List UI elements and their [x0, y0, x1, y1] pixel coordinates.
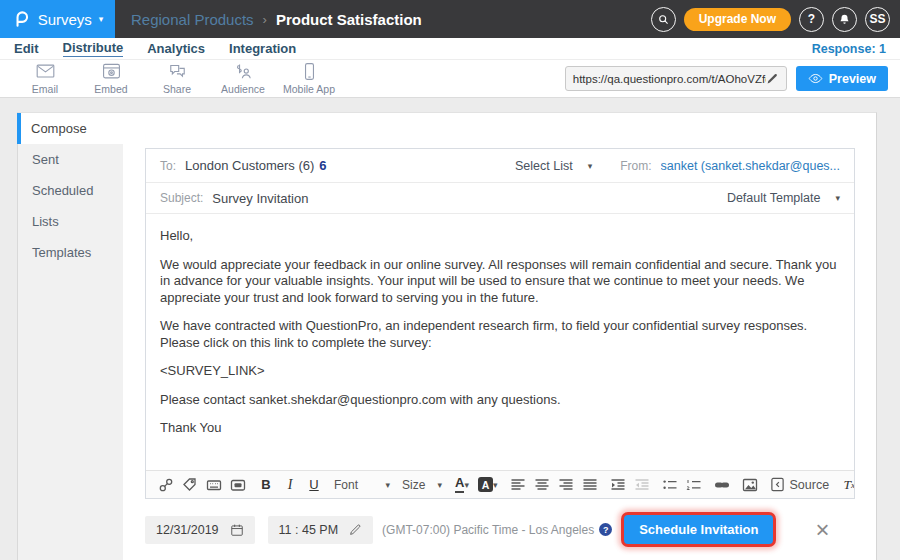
sidebar-item-sent[interactable]: Sent — [18, 144, 123, 175]
channel-share[interactable]: Share — [144, 62, 210, 95]
source-label: Source — [790, 478, 830, 492]
channel-audience[interactable]: Audience — [210, 62, 276, 95]
image-icon — [742, 477, 758, 493]
font-label: Font — [334, 478, 358, 492]
time-picker[interactable]: 11 : 45 PM — [268, 516, 374, 544]
numbered-list-button[interactable] — [686, 476, 702, 494]
bullet-list-button[interactable] — [662, 476, 678, 494]
timezone-text: (GMT-07:00) Pacific Time - Los Angeles — [382, 523, 594, 537]
breadcrumb: Regional Products › Product Satisfaction — [131, 11, 422, 28]
timezone-group: (GMT-07:00) Pacific Time - Los Angeles ? — [382, 523, 612, 537]
breadcrumb-parent[interactable]: Regional Products — [131, 11, 254, 28]
text-color-icon: A — [455, 476, 464, 492]
to-value[interactable]: London Customers (6) — [185, 158, 314, 173]
chevron-down-icon: ▾ — [588, 161, 593, 171]
chevron-down-icon: ▾ — [385, 480, 390, 490]
source-doc-icon — [770, 477, 785, 492]
size-dropdown[interactable]: Size ▾ — [402, 478, 442, 492]
subject-row: Subject: Survey Invitation Default Templ… — [146, 183, 854, 214]
from-label: From: — [620, 159, 651, 173]
to-row: To: London Customers (6) 6 Select List ▾… — [146, 149, 854, 183]
surveys-menu[interactable]: Surveys ▾ — [0, 0, 115, 38]
bold-button[interactable]: B — [258, 476, 274, 494]
outdent-icon — [634, 477, 650, 493]
align-left-icon — [510, 477, 526, 493]
insert-button-button[interactable] — [230, 476, 246, 494]
sidebar-item-scheduled[interactable]: Scheduled — [18, 175, 123, 206]
italic-button[interactable]: I — [282, 476, 298, 494]
source-button[interactable]: Source — [770, 477, 830, 492]
font-dropdown[interactable]: Font ▾ — [334, 478, 390, 492]
schedule-invitation-button[interactable]: Schedule Invitation — [624, 515, 773, 544]
channel-email[interactable]: Email — [12, 62, 78, 95]
align-justify-button[interactable] — [582, 476, 598, 494]
numbered-list-icon — [686, 477, 702, 493]
channel-mobile-app[interactable]: Mobile App — [276, 62, 342, 95]
align-left-button[interactable] — [510, 476, 526, 494]
timezone-help-icon[interactable]: ? — [599, 523, 612, 536]
survey-link-button[interactable] — [158, 476, 174, 494]
template-dropdown[interactable]: Default Template ▾ — [727, 191, 840, 205]
button-icon — [230, 477, 246, 493]
insert-image-button[interactable] — [742, 476, 758, 494]
recipient-count: 6 — [319, 158, 326, 173]
fill-color-icon: A — [478, 477, 493, 492]
search-button[interactable] — [651, 7, 676, 32]
select-list-dropdown[interactable]: Select List ▾ — [515, 159, 592, 173]
underline-button[interactable]: U — [306, 476, 322, 494]
tab-edit[interactable]: Edit — [14, 41, 39, 56]
indent-button[interactable] — [610, 476, 626, 494]
breadcrumb-current: Product Satisfaction — [276, 11, 422, 28]
tab-distribute[interactable]: Distribute — [63, 40, 124, 57]
editor-toolbar: B I U Font ▾ Size ▾ A▾ — [146, 470, 854, 498]
chain-link-icon — [714, 477, 730, 493]
channel-embed[interactable]: Embed — [78, 62, 144, 95]
time-value: 11 : 45 PM — [279, 523, 339, 537]
header-actions: Upgrade Now ? SS — [651, 7, 900, 32]
notifications-button[interactable] — [832, 7, 857, 32]
chevron-down-icon: ▾ — [493, 480, 498, 490]
from-value[interactable]: sanket (sanket.shekdar@ques... — [661, 159, 840, 173]
share-icon — [168, 62, 187, 81]
chevron-down-icon: ▾ — [99, 15, 104, 24]
keyboard-icon — [206, 477, 222, 493]
survey-url-input[interactable] — [573, 73, 766, 85]
channel-label: Audience — [221, 83, 265, 95]
select-list-label: Select List — [515, 159, 573, 173]
body-paragraph: Hello, — [160, 228, 840, 245]
text-color-button[interactable]: A▾ — [454, 476, 470, 494]
chevron-down-icon: ▾ — [464, 480, 469, 490]
tab-integration[interactable]: Integration — [229, 41, 296, 56]
date-picker[interactable]: 12/31/2019 — [145, 516, 255, 544]
align-justify-icon — [582, 477, 598, 493]
size-label: Size — [402, 478, 425, 492]
upgrade-now-button[interactable]: Upgrade Now — [684, 8, 791, 31]
fill-color-button[interactable]: A▾ — [478, 476, 498, 494]
preview-button[interactable]: Preview — [796, 66, 888, 91]
help-button[interactable]: ? — [799, 7, 824, 32]
merge-tag-button[interactable] — [182, 476, 198, 494]
avatar[interactable]: SS — [865, 7, 890, 32]
sidebar-item-compose[interactable]: Compose — [17, 113, 123, 144]
tab-analytics[interactable]: Analytics — [147, 41, 205, 56]
align-center-button[interactable] — [534, 476, 550, 494]
body-paragraph: <SURVEY_LINK> — [160, 363, 840, 380]
insert-link-button[interactable] — [714, 476, 730, 494]
chevron-down-icon: ▾ — [437, 480, 442, 490]
question-mark-icon: ? — [808, 12, 815, 26]
body-paragraph: We would appreciate your feedback in our… — [160, 257, 840, 307]
remove-format-button[interactable]: Tx — [841, 476, 854, 494]
body-paragraph: We have contracted with QuestionPro, an … — [160, 318, 840, 351]
subject-value[interactable]: Survey Invitation — [212, 191, 308, 206]
email-body-editor[interactable]: Hello, We would appreciate your feedback… — [146, 214, 854, 470]
close-icon[interactable]: × — [815, 518, 829, 542]
edit-time-icon[interactable] — [349, 523, 362, 536]
embed-field-button[interactable] — [206, 476, 222, 494]
sidebar-item-lists[interactable]: Lists — [18, 206, 123, 237]
edit-url-icon[interactable] — [766, 72, 779, 85]
sidebar-item-templates[interactable]: Templates — [18, 237, 123, 268]
survey-url-box — [565, 66, 787, 91]
distribute-toolbar: Email Embed Share Audience Mobile App Pr… — [0, 60, 900, 98]
align-right-button[interactable] — [558, 476, 574, 494]
indent-icon — [610, 477, 626, 493]
